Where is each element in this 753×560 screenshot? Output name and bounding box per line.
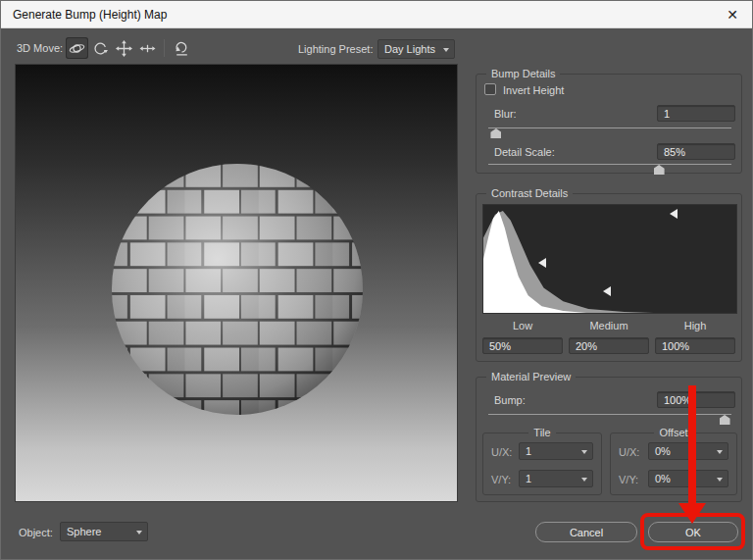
chevron-down-icon (443, 48, 449, 52)
slide-3d-camera-tool-button[interactable] (136, 37, 159, 59)
material-preview-group: Material Preview Bump: 100% Tile U/X: 1 … (476, 377, 742, 502)
histogram-marker-high[interactable] (670, 209, 678, 219)
offset-group: Offset U/X: 0% V/Y: 0% (610, 433, 737, 495)
tile-ux-value: 1 (526, 445, 531, 457)
3d-move-label: 3D Move: (17, 42, 63, 54)
slider-track (488, 164, 731, 165)
offset-ux-label: U/X: (619, 446, 639, 458)
orbit-3d-camera-tool-button[interactable] (66, 37, 88, 59)
reset-camera-tool-button[interactable] (171, 37, 193, 59)
tile-title: Tile (528, 427, 555, 438)
slider-track (488, 127, 731, 128)
chevron-down-icon (717, 478, 723, 482)
detail-scale-label: Detail Scale: (494, 146, 555, 158)
contrast-details-group: Contrast Details Low Medium High 50% 20%… (476, 193, 742, 362)
tile-vy-value: 1 (526, 473, 531, 484)
toolbar-separator (164, 39, 165, 57)
offset-ux-dropdown[interactable]: 0% (648, 442, 728, 460)
detail-scale-field[interactable]: 85% (657, 143, 735, 160)
roll-3d-camera-icon (92, 40, 109, 57)
offset-vy-dropdown[interactable]: 0% (648, 470, 728, 487)
blur-field[interactable]: 1 (657, 105, 735, 122)
invert-height-checkbox[interactable] (484, 83, 496, 95)
object-label: Object: (19, 527, 53, 538)
bump-details-group: Bump Details Invert Height Blur: 1 Detai… (476, 74, 742, 174)
chevron-down-icon (136, 531, 142, 535)
orbit-3d-camera-icon (69, 40, 85, 57)
dialog-title: Generate Bump (Height) Map (13, 8, 167, 22)
histogram-plot (483, 205, 736, 313)
detail-scale-slider[interactable] (488, 162, 731, 175)
contrast-details-title: Contrast Details (486, 187, 573, 199)
lighting-preset-label: Lighting Preset: (298, 43, 373, 55)
blur-label: Blur: (494, 108, 517, 120)
lighting-preset-dropdown[interactable]: Day Lights (377, 39, 455, 59)
3d-preview-viewport[interactable] (15, 64, 458, 502)
pan-3d-camera-tool-button[interactable] (113, 37, 135, 59)
bump-label: Bump: (494, 394, 526, 406)
annotation-arrow-head (678, 503, 706, 524)
chevron-down-icon (581, 478, 587, 482)
cancel-button[interactable]: Cancel (535, 522, 637, 542)
material-preview-title: Material Preview (486, 371, 576, 382)
slider-track (488, 414, 731, 415)
bump-slider[interactable] (488, 412, 731, 425)
generate-bump-map-dialog: Generate Bump (Height) Map ✕ 3D Move: (0, 0, 753, 560)
offset-vy-label: V/Y: (619, 474, 638, 485)
contrast-histogram (482, 204, 737, 314)
roll-3d-camera-tool-button[interactable] (89, 37, 112, 59)
bump-slider-thumb[interactable] (720, 415, 730, 425)
medium-band-label: Medium (569, 320, 649, 331)
blur-slider-thumb[interactable] (490, 128, 501, 138)
object-dropdown[interactable]: Sphere (60, 522, 148, 541)
reset-camera-icon (174, 40, 190, 57)
brick-sphere-preview (111, 163, 364, 416)
blur-slider[interactable] (488, 126, 731, 138)
bump-details-title: Bump Details (486, 68, 560, 79)
tile-vy-label: V/Y: (491, 474, 511, 485)
tile-vy-dropdown[interactable]: 1 (519, 470, 593, 487)
medium-contrast-field[interactable]: 20% (569, 337, 649, 354)
offset-vy-value: 0% (655, 473, 671, 484)
high-contrast-field[interactable]: 100% (655, 337, 735, 354)
histogram-marker-medium[interactable] (603, 286, 611, 296)
histogram-marker-low[interactable] (538, 258, 546, 268)
ok-button[interactable]: OK (648, 522, 738, 542)
low-contrast-field[interactable]: 50% (482, 337, 563, 354)
chevron-down-icon (717, 450, 723, 454)
object-value: Sphere (67, 526, 101, 537)
tile-ux-label: U/X: (491, 446, 512, 458)
offset-ux-value: 0% (655, 445, 671, 457)
high-band-label: High (655, 320, 735, 331)
low-band-label: Low (482, 320, 563, 331)
invert-height-label: Invert Height (503, 84, 564, 96)
close-button[interactable]: ✕ (727, 6, 738, 24)
chevron-down-icon (581, 450, 587, 454)
bump-field[interactable]: 100% (657, 391, 735, 408)
tile-ux-dropdown[interactable]: 1 (519, 442, 593, 460)
detail-scale-slider-thumb[interactable] (654, 165, 665, 175)
title-bar: Generate Bump (Height) Map ✕ (1, 1, 752, 28)
offset-title: Offset (654, 427, 692, 438)
tile-group: Tile U/X: 1 V/Y: 1 (482, 433, 602, 495)
lighting-preset-value: Day Lights (384, 43, 435, 55)
pan-3d-camera-icon (116, 40, 132, 57)
slide-3d-camera-icon (139, 40, 156, 57)
